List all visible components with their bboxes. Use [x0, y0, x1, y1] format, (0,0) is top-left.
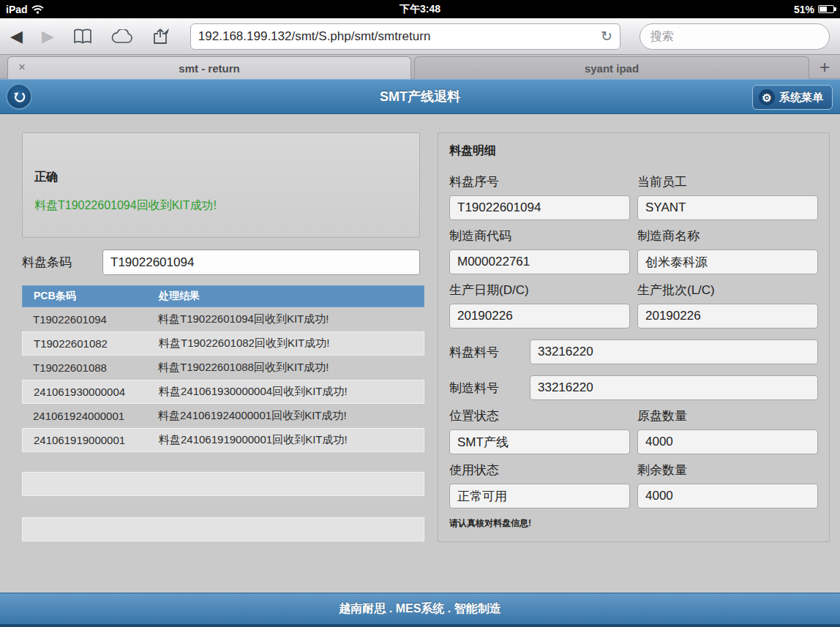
- lot-code-label: 生产批次(L/C): [637, 282, 818, 299]
- search-input[interactable]: [650, 30, 819, 43]
- cell-barcode: 241061919000001: [23, 434, 158, 446]
- result-panel: 正确 料盘T19022601094回收到KIT成功!: [22, 132, 420, 238]
- result-message: 料盘T19022601094回收到KIT成功!: [34, 198, 408, 214]
- back-button[interactable]: ◀: [10, 29, 23, 45]
- cell-result: 料盘241061930000004回收到KIT成功!: [158, 385, 424, 399]
- close-tab-icon[interactable]: ×: [18, 61, 26, 73]
- remaining-qty-field[interactable]: [637, 484, 818, 508]
- table-row: 241061930000004 料盘241061930000004回收到KIT成…: [22, 380, 424, 404]
- wifi-icon: [31, 5, 44, 14]
- mfr-code-label: 制造商代码: [449, 228, 630, 244]
- tab-syant-ipad[interactable]: syant ipad: [414, 56, 809, 79]
- address-bar[interactable]: ↻: [190, 23, 620, 50]
- cell-barcode: 241061930000004: [23, 386, 158, 398]
- table-row: 241061919000001 料盘241061919000001回收到KIT成…: [22, 428, 424, 452]
- table-header-row: PCB条码 处理结果: [22, 285, 424, 307]
- original-qty-label: 原盘数量: [637, 408, 818, 424]
- reel-sn-field[interactable]: [449, 195, 630, 220]
- cell-result: 料盘241061924000001回收到KIT成功!: [157, 409, 424, 423]
- search-bar[interactable]: [640, 23, 830, 50]
- system-menu-label: 系统菜单: [779, 91, 823, 105]
- clock: 下午3:48: [0, 3, 840, 16]
- empty-row: [22, 517, 424, 541]
- footer-text: 越南耐思 . MES系统 . 智能制造: [339, 601, 500, 617]
- gear-icon: ⚙: [759, 89, 775, 105]
- system-menu-button[interactable]: ⚙ 系统菜单: [752, 85, 833, 110]
- reel-sn-label: 料盘序号: [449, 173, 630, 190]
- table-row: 241061924000001 料盘241061924000001回收到KIT成…: [22, 404, 424, 428]
- cell-result: 料盘T19022601082回收到KIT成功!: [158, 337, 424, 350]
- employee-label: 当前员工: [637, 173, 818, 190]
- cell-result: 料盘T19022601094回收到KIT成功!: [157, 312, 424, 326]
- cell-barcode: T19022601082: [23, 337, 158, 350]
- bookmarks-icon: [73, 29, 92, 45]
- carrier-label: iPad: [6, 4, 28, 15]
- column-header: 处理结果: [158, 290, 424, 303]
- share-icon: [152, 28, 171, 45]
- url-input[interactable]: [198, 29, 595, 44]
- tab-title: syant ipad: [585, 62, 639, 75]
- mfr-code-field[interactable]: [449, 249, 630, 274]
- new-tab-button[interactable]: +: [814, 57, 836, 78]
- share-button[interactable]: [152, 28, 171, 45]
- main-content: 正确 料盘T19022601094回收到KIT成功! 料盘条码 PCB条码 处理…: [0, 114, 840, 593]
- column-header: PCB条码: [23, 290, 158, 303]
- browser-toolbar: ◀ ▶ ↻: [0, 18, 840, 55]
- table-row: T19022601088 料盘T19022601088回收到KIT成功!: [22, 356, 424, 380]
- empty-row: [22, 472, 424, 496]
- reel-pn-field[interactable]: [530, 339, 818, 364]
- reel-detail-panel: 料盘明细 料盘序号 当前员工 制造商代码 制造商名称 生产日期(D: [438, 132, 830, 542]
- location-status-field[interactable]: [449, 429, 630, 454]
- barcode-input[interactable]: [102, 249, 420, 275]
- cloud-icon: [111, 29, 133, 44]
- lot-code-field[interactable]: [637, 304, 818, 328]
- forward-button[interactable]: ▶: [42, 29, 54, 45]
- barcode-row: 料盘条码: [22, 249, 420, 275]
- app-footer: 越南耐思 . MES系统 . 智能制造: [0, 593, 840, 627]
- cell-result: 料盘T19022601088回收到KIT成功!: [157, 361, 424, 375]
- battery-icon: [818, 5, 834, 13]
- cell-result: 料盘241061919000001回收到KIT成功!: [158, 433, 424, 447]
- page-title: SMT产线退料: [0, 88, 840, 105]
- usage-status-label: 使用状态: [449, 462, 630, 478]
- cell-barcode: T19022601094: [22, 313, 157, 326]
- bookmarks-button[interactable]: [73, 29, 92, 45]
- tab-title: smt - return: [179, 62, 239, 75]
- battery-percent: 51%: [794, 4, 814, 15]
- barcode-label: 料盘条码: [22, 254, 102, 271]
- table-row: T19022601082 料盘T19022601082回收到KIT成功!: [22, 331, 424, 356]
- ios-status-bar: iPad 下午3:48 51%: [0, 0, 840, 18]
- remaining-qty-label: 剩余数量: [637, 462, 818, 478]
- verify-note: 请认真核对料盘信息!: [449, 517, 818, 530]
- employee-field[interactable]: [637, 195, 818, 220]
- cell-barcode: 241061924000001: [22, 410, 157, 422]
- pcb-result-table: PCB条码 处理结果 T19022601094 料盘T19022601094回收…: [22, 285, 424, 452]
- mfr-name-label: 制造商名称: [637, 228, 818, 244]
- mfr-pn-label: 制造料号: [449, 380, 530, 397]
- cell-barcode: T19022601088: [22, 361, 157, 374]
- date-code-field[interactable]: [449, 304, 630, 328]
- tab-smt-return[interactable]: × smt - return: [7, 56, 411, 79]
- tab-bar: × smt - return syant ipad +: [0, 55, 840, 79]
- usage-status-field[interactable]: [449, 484, 630, 508]
- icloud-tabs-button[interactable]: [111, 29, 133, 44]
- detail-title: 料盘明细: [449, 143, 818, 159]
- table-row: T19022601094 料盘T19022601094回收到KIT成功!: [22, 307, 424, 331]
- location-status-label: 位置状态: [449, 408, 630, 424]
- mfr-name-field[interactable]: [637, 249, 818, 274]
- reel-pn-label: 料盘料号: [449, 344, 530, 361]
- result-title: 正确: [34, 170, 408, 185]
- mfr-pn-field[interactable]: [530, 375, 818, 400]
- original-qty-field[interactable]: [637, 429, 818, 454]
- reload-button[interactable]: ↻: [601, 29, 612, 43]
- app-header: SMT产线退料 ⚙ 系统菜单: [0, 79, 840, 114]
- date-code-label: 生产日期(D/C): [449, 282, 630, 299]
